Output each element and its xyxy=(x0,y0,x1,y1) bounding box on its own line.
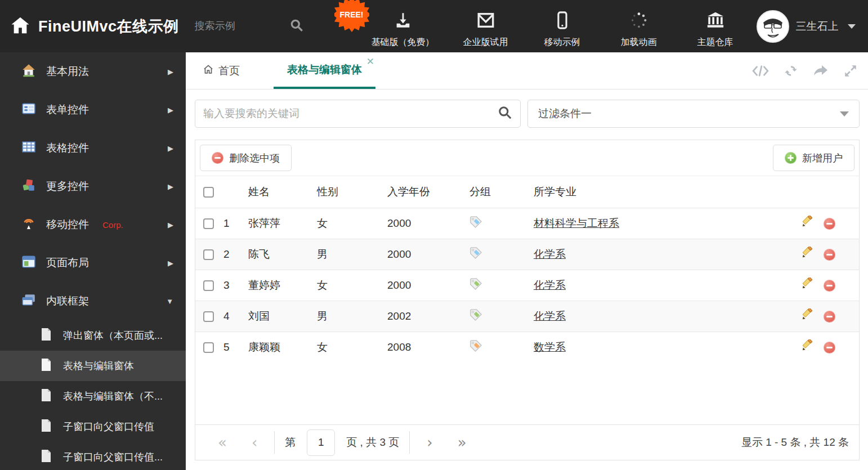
major-link[interactable]: 化学系 xyxy=(534,279,566,291)
table-row: 1 张萍萍 女 2000 材料科学与工程系 xyxy=(195,208,859,239)
filter-row: 过滤条件一 xyxy=(195,100,860,128)
edit-pencil-icon[interactable] xyxy=(800,339,813,355)
col-header-major[interactable]: 所学专业 xyxy=(534,176,800,208)
open-new-window-icon[interactable] xyxy=(813,64,829,78)
major-link[interactable]: 化学系 xyxy=(534,310,566,322)
delete-row-icon[interactable] xyxy=(824,249,835,261)
tag-icon xyxy=(469,216,482,231)
delete-row-icon[interactable] xyxy=(824,342,835,353)
cell-year: 2008 xyxy=(387,332,469,363)
user-menu-caret-icon xyxy=(848,24,856,29)
home-tab-icon xyxy=(203,64,214,78)
cell-year: 2002 xyxy=(387,301,469,332)
first-page-button[interactable]: « xyxy=(205,435,239,450)
page-content: 过滤条件一 删除选中项 新增用户 xyxy=(186,89,868,460)
sidebar-subitem-popup-window[interactable]: 弹出窗体（本页面或... xyxy=(0,320,186,351)
row-checkbox[interactable] xyxy=(203,218,214,229)
cell-name: 陈飞 xyxy=(248,239,317,270)
pagination-bar: « ‹ 第 页 , 共 3 页 › » 显示 1 - 5 条 , 共 12 条 xyxy=(195,424,859,460)
cell-name: 康颖颖 xyxy=(248,332,317,363)
major-link[interactable]: 数学系 xyxy=(534,341,566,353)
row-checkbox[interactable] xyxy=(203,342,214,353)
row-checkbox[interactable] xyxy=(203,311,214,322)
tab-home[interactable]: 首页 xyxy=(203,52,240,89)
sidebar-subitem-child-to-parent-alt[interactable]: 子窗口向父窗口传值... xyxy=(0,442,186,470)
view-source-icon[interactable] xyxy=(752,65,769,77)
expand-arrow-icon: ▶ xyxy=(168,259,173,267)
page-suffix: 页 , 共 3 页 xyxy=(346,435,399,450)
last-page-button[interactable]: » xyxy=(445,435,479,450)
edit-pencil-icon[interactable] xyxy=(800,247,813,262)
form-icon xyxy=(21,101,36,119)
user-menu[interactable]: 三生石上 xyxy=(757,10,856,43)
delete-row-icon[interactable] xyxy=(824,280,835,292)
sidebar-subitem-grid-edit-window-alt[interactable]: 表格与编辑窗体（不... xyxy=(0,381,186,411)
sidebar-item-iframe[interactable]: 内联框架 ▼ xyxy=(0,282,186,320)
delete-row-icon[interactable] xyxy=(824,218,835,230)
nav-theme-store[interactable]: 主题仓库 xyxy=(690,4,741,48)
file-icon xyxy=(41,388,52,405)
sidebar-item-form-controls[interactable]: 表单控件 ▶ xyxy=(0,91,186,129)
page-number-input[interactable] xyxy=(307,429,335,456)
delete-selected-button[interactable]: 删除选中项 xyxy=(200,145,292,171)
keyword-search-box[interactable] xyxy=(195,100,521,128)
cell-year: 2000 xyxy=(387,239,469,270)
refresh-icon[interactable] xyxy=(784,64,798,78)
tab-grid-edit-window[interactable]: 表格与编辑窗体 ✕ xyxy=(274,52,375,89)
nav-enterprise-trial[interactable]: 企业版试用 xyxy=(460,4,511,48)
grid-toolbar: 删除选中项 新增用户 xyxy=(195,140,859,176)
minus-circle-icon xyxy=(212,152,223,164)
edit-pencil-icon[interactable] xyxy=(800,308,813,324)
tab-bar: 首页 表格与编辑窗体 ✕ xyxy=(186,52,868,89)
sidebar-subitem-child-to-parent[interactable]: 子窗口向父窗口传值 xyxy=(0,411,186,442)
prev-page-button[interactable]: ‹ xyxy=(239,435,270,450)
house-icon xyxy=(21,63,36,80)
page-prefix: 第 xyxy=(285,435,296,450)
sidebar-subitem-grid-edit-window[interactable]: 表格与编辑窗体 xyxy=(0,351,186,381)
add-user-button[interactable]: 新增用户 xyxy=(773,145,854,171)
delete-row-icon[interactable] xyxy=(824,311,835,323)
cell-year: 2000 xyxy=(387,270,469,301)
dropdown-caret-icon xyxy=(840,111,849,117)
app-logo[interactable]: FineUIMvc在线示例 xyxy=(0,16,179,37)
keyword-search-input[interactable] xyxy=(203,108,498,120)
nav-loading-animation[interactable]: 加载动画 xyxy=(614,4,664,48)
row-checkbox[interactable] xyxy=(203,249,214,260)
edit-pencil-icon[interactable] xyxy=(800,277,813,293)
col-header-gender[interactable]: 性别 xyxy=(317,176,387,208)
header-search-icon[interactable] xyxy=(289,18,304,35)
next-page-button[interactable]: › xyxy=(414,435,445,450)
sidebar-item-basic-usage[interactable]: 基本用法 ▶ xyxy=(0,52,186,91)
header-search-input[interactable] xyxy=(195,20,274,32)
sidebar-item-grid-controls[interactable]: 表格控件 ▶ xyxy=(0,129,186,167)
expand-arrow-icon: ▶ xyxy=(168,106,173,114)
nav-basic-free[interactable]: FREE! 基础版（免费） xyxy=(372,4,435,48)
users-table: 姓名 性别 入学年份 分组 所学专业 1 张萍萍 女 xyxy=(195,176,859,363)
select-all-checkbox[interactable] xyxy=(203,187,214,198)
edit-pencil-icon[interactable] xyxy=(800,216,813,231)
major-link[interactable]: 化学系 xyxy=(534,248,566,260)
cell-gender: 女 xyxy=(317,208,387,239)
cell-name: 董婷婷 xyxy=(248,270,317,301)
nav-mobile-demo[interactable]: 移动示例 xyxy=(537,4,588,48)
col-header-name[interactable]: 姓名 xyxy=(248,176,317,208)
col-header-group[interactable]: 分组 xyxy=(469,176,534,208)
tab-close-icon[interactable]: ✕ xyxy=(366,57,374,66)
sidebar-item-more-controls[interactable]: 更多控件 ▶ xyxy=(0,167,186,205)
tag-icon xyxy=(469,308,482,324)
expand-arrow-icon: ▶ xyxy=(168,68,173,76)
header-search[interactable] xyxy=(195,18,304,35)
major-link[interactable]: 材料科学与工程系 xyxy=(534,217,619,229)
expand-arrow-icon: ▶ xyxy=(168,182,173,191)
sidebar-item-mobile-controls[interactable]: 移动控件 Corp. ▶ xyxy=(0,205,186,244)
plus-circle-icon xyxy=(785,152,797,164)
grid-panel: 删除选中项 新增用户 姓名 性别 xyxy=(195,140,860,460)
windows-icon xyxy=(21,293,36,310)
row-checkbox[interactable] xyxy=(203,280,214,291)
user-avatar xyxy=(757,10,789,43)
search-icon[interactable] xyxy=(498,105,512,122)
filter-dropdown[interactable]: 过滤条件一 xyxy=(527,100,860,128)
sidebar-item-page-layout[interactable]: 页面布局 ▶ xyxy=(0,244,186,282)
col-header-year[interactable]: 入学年份 xyxy=(387,176,469,208)
fullscreen-icon[interactable] xyxy=(843,64,858,78)
